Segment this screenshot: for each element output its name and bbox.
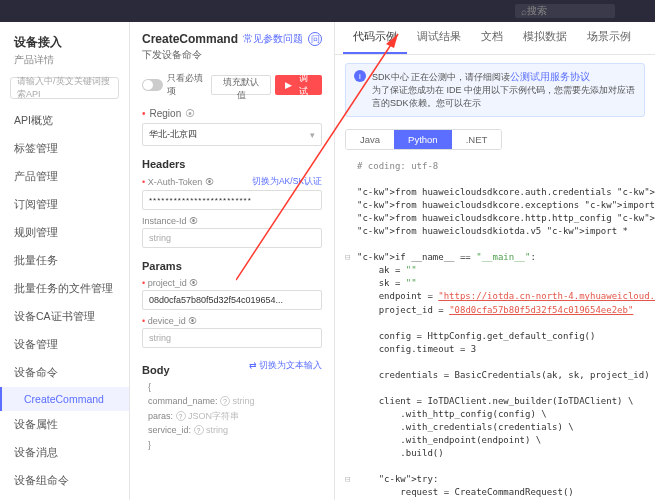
x-auth-input[interactable]: ************************* (142, 190, 322, 210)
sidebar-title: 设备接入 (0, 30, 129, 53)
fill-default-button[interactable]: 填充默认值 (211, 75, 272, 95)
sidebar-subtitle: 产品详情 (0, 53, 129, 73)
result-panel: 代码示例调试结果文档模拟数据场景示例 i SDK中心 正在公测中，请仔细阅读公测… (335, 22, 655, 500)
sidebar-group-device-cmd[interactable]: 设备命令 (0, 359, 129, 387)
tab-0[interactable]: 代码示例 (343, 22, 407, 54)
sdk-notice: i SDK中心 正在公测中，请仔细阅读公测试用服务协议 为了保证您成功在 IDE… (345, 63, 645, 117)
debug-label: 调试 (295, 72, 312, 98)
tab-3[interactable]: 模拟数据 (513, 22, 577, 54)
faq-link[interactable]: 常见参数问题 (243, 33, 303, 44)
switch-text-input[interactable]: ⇄ 切换为文本输入 (249, 360, 322, 372)
sidebar-search[interactable]: 请输入中/英文关键词搜索API (10, 77, 119, 99)
instance-input[interactable]: string (142, 228, 322, 248)
debug-button[interactable]: ▶调试 (275, 75, 322, 95)
required-label: 只看必填项 (167, 72, 210, 98)
lang-tab-.net[interactable]: .NET (452, 130, 502, 149)
headers-section: Headers (142, 158, 322, 170)
switch-aksk[interactable]: 切换为AK/SK认证 (252, 176, 322, 188)
body-editor[interactable]: { command_name: ? string paras: ? JSON字符… (142, 380, 322, 452)
tab-2[interactable]: 文档 (471, 22, 513, 54)
lang-tab-python[interactable]: Python (394, 130, 452, 149)
device-label: device_id (148, 316, 186, 326)
sidebar-group[interactable]: 设备管理 (0, 331, 129, 359)
code-sample[interactable]: # coding: utf-8 "c-kw">from huaweiclouds… (335, 154, 655, 500)
x-auth-label: X-Auth-Token (148, 177, 203, 187)
chevron-down-icon: ▾ (310, 130, 315, 140)
sidebar-group[interactable]: 批量任务 (0, 247, 129, 275)
region-select[interactable]: 华北-北京四▾ (142, 123, 322, 146)
sidebar-group[interactable]: 设备影子 (0, 495, 129, 500)
sidebar-group[interactable]: 订阅管理 (0, 191, 129, 219)
notice-link[interactable]: 公测试用服务协议 (510, 71, 590, 82)
sidebar-group[interactable]: 设备属性 (0, 411, 129, 439)
sidebar-group[interactable]: 设备消息 (0, 439, 129, 467)
tab-4[interactable]: 场景示例 (577, 22, 641, 54)
sidebar-group[interactable]: 设备组命令 (0, 467, 129, 495)
sidebar-group[interactable]: 设备CA证书管理 (0, 303, 129, 331)
main-layout: 设备接入 产品详情 请输入中/英文关键词搜索API API概览标签管理产品管理订… (0, 22, 655, 500)
right-tabs: 代码示例调试结果文档模拟数据场景示例 (335, 22, 655, 55)
project-label: project_id (148, 278, 187, 288)
global-search[interactable]: ⌕ 搜索 (515, 4, 615, 18)
region-label: Region ⦿ (142, 108, 322, 119)
sidebar: 设备接入 产品详情 请输入中/英文关键词搜索API API概览标签管理产品管理订… (0, 22, 130, 500)
required-toggle[interactable] (142, 79, 163, 91)
sidebar-group[interactable]: 规则管理 (0, 219, 129, 247)
sidebar-group[interactable]: 标签管理 (0, 135, 129, 163)
sidebar-group[interactable]: API概览 (0, 107, 129, 135)
search-placeholder: 搜索 (527, 4, 547, 18)
play-icon: ▶ (285, 80, 292, 90)
sidebar-search-ph: 请输入中/英文关键词搜索API (17, 75, 112, 101)
help-icon[interactable]: 问 (308, 32, 322, 46)
body-section: Body (142, 364, 170, 376)
lang-tab-java[interactable]: Java (346, 130, 394, 149)
instance-label: Instance-Id (142, 216, 187, 226)
api-name: CreateCommand (142, 32, 238, 46)
sidebar-group[interactable]: 产品管理 (0, 163, 129, 191)
sidebar-group[interactable]: 批量任务的文件管理 (0, 275, 129, 303)
params-section: Params (142, 260, 322, 272)
notice-text2: 为了保证您成功在 IDE 中使用以下示例代码，您需要先添加对应语言的SDK依赖。… (372, 84, 636, 110)
project-input[interactable]: 08d0cfa57b80f5d32f54c019654... (142, 290, 322, 310)
topbar: ⌕ 搜索 (0, 0, 655, 22)
notice-text: SDK中心 正在公测中，请仔细阅读 (372, 72, 510, 82)
api-config-panel: CreateCommand 下发设备命令 常见参数问题 问 只看必填项 填充默认… (130, 22, 335, 500)
device-input[interactable]: string (142, 328, 322, 348)
info-icon: i (354, 70, 366, 82)
api-desc: 下发设备命令 (142, 48, 238, 62)
lang-tabs: JavaPython.NET (345, 129, 502, 150)
tab-1[interactable]: 调试结果 (407, 22, 471, 54)
sidebar-item-createcommand[interactable]: CreateCommand (0, 387, 129, 411)
